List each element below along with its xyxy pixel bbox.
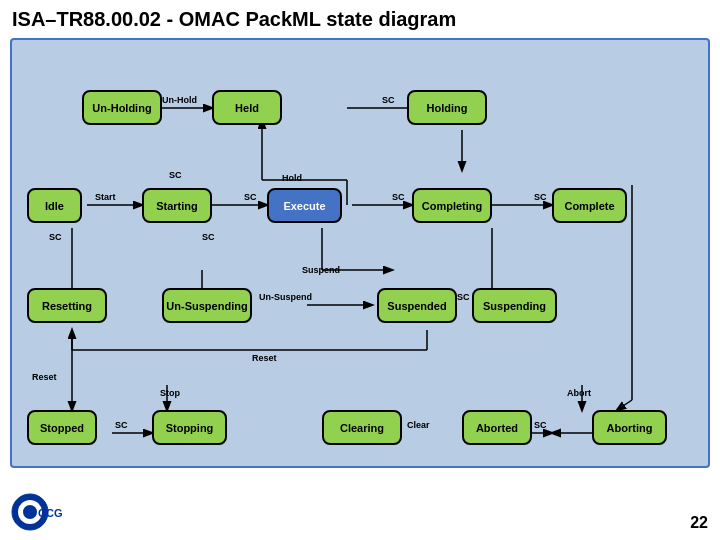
sc-label-b2: SC: [534, 420, 547, 430]
sc-label-1: SC: [382, 95, 395, 105]
reset-label: Reset: [32, 372, 57, 382]
state-idle: Idle: [27, 188, 82, 223]
diagram-container: Un-Holding Held Holding SC Un-Hold SC Ho…: [10, 38, 710, 468]
sc-label-2b: SC: [202, 232, 215, 242]
state-aborted: Aborted: [462, 410, 532, 445]
abort-label: Abort: [567, 388, 591, 398]
sc-label-2e: SC: [534, 192, 547, 202]
sc-label-2d: SC: [392, 192, 405, 202]
page-number: 22: [690, 514, 708, 532]
footer: CCG: [10, 492, 70, 532]
state-holding: Holding: [407, 90, 487, 125]
sc-label-b1: SC: [115, 420, 128, 430]
state-complete: Complete: [552, 188, 627, 223]
sc-label-2c: SC: [244, 192, 257, 202]
suspend-label: Suspend: [302, 265, 340, 275]
hold-label: Hold: [282, 173, 302, 183]
svg-point-33: [23, 505, 37, 519]
unhold-label: Un-Hold: [162, 95, 197, 105]
reset-label-mid: Reset: [252, 353, 277, 363]
state-unholding: Un-Holding: [82, 90, 162, 125]
start-label: Start: [95, 192, 116, 202]
svg-line-29: [617, 400, 632, 410]
state-unsuspending: Un-Suspending: [162, 288, 252, 323]
ccg-logo: CCG: [10, 492, 70, 532]
sc-label-2a: SC: [49, 232, 62, 242]
unsuspend-label: Un-Suspend: [259, 292, 312, 302]
state-stopping: Stopping: [152, 410, 227, 445]
state-execute: Execute: [267, 188, 342, 223]
state-suspended: Suspended: [377, 288, 457, 323]
state-aborting: Aborting: [592, 410, 667, 445]
state-stopped: Stopped: [27, 410, 97, 445]
sc-label-3a: SC: [457, 292, 470, 302]
stop-label: Stop: [160, 388, 180, 398]
state-suspending: Suspending: [472, 288, 557, 323]
state-held: Held: [212, 90, 282, 125]
state-completing: Completing: [412, 188, 492, 223]
sc-label-top: SC: [169, 170, 182, 180]
state-resetting: Resetting: [27, 288, 107, 323]
clear-label: Clear: [407, 420, 430, 430]
state-clearing: Clearing: [322, 410, 402, 445]
svg-text:CCG: CCG: [38, 507, 62, 519]
state-starting: Starting: [142, 188, 212, 223]
title: ISA–TR88.00.02 - OMAC PackML state diagr…: [0, 0, 720, 39]
